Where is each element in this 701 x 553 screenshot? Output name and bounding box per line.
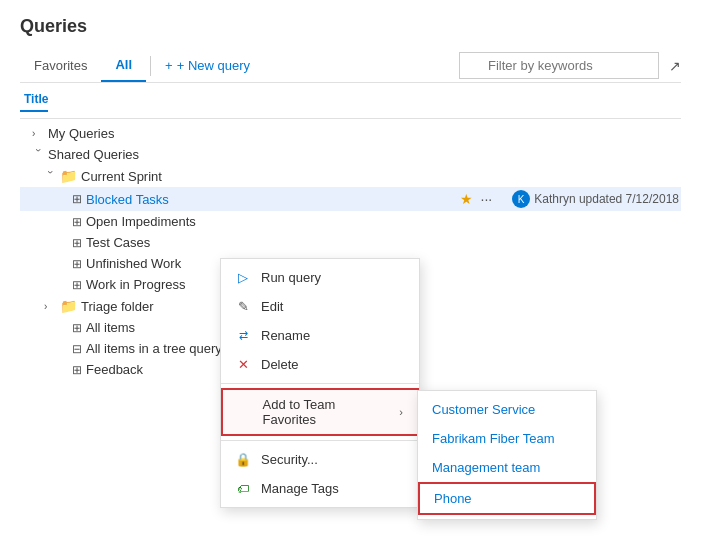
tree-label: Blocked Tasks <box>86 192 169 207</box>
menu-separator-2 <box>221 440 419 441</box>
menu-item-label: Security... <box>261 452 318 467</box>
chevron-icon: › <box>33 149 44 161</box>
tree-label: Triage folder <box>81 299 154 314</box>
query-icon: ⊞ <box>72 257 82 271</box>
tab-favorites[interactable]: Favorites <box>20 50 101 81</box>
context-menu: ▷ Run query ✎ Edit ⇄ Rename ✕ Delete Add… <box>220 258 420 508</box>
chevron-icon: › <box>32 128 44 139</box>
tree-label: Shared Queries <box>48 147 139 162</box>
submenu: Customer Service Fabrikam Fiber Team Man… <box>417 390 597 520</box>
run-query-icon: ▷ <box>235 270 251 285</box>
query-icon: ⊞ <box>72 215 82 229</box>
security-icon: 🔒 <box>235 452 251 467</box>
submenu-arrow-icon: › <box>399 406 403 418</box>
query-icon: ⊞ <box>72 236 82 250</box>
menu-item-rename[interactable]: ⇄ Rename <box>221 321 419 350</box>
tree-label: All items in a tree query <box>86 341 222 356</box>
tree-label: Current Sprint <box>81 169 162 184</box>
menu-item-delete[interactable]: ✕ Delete <box>221 350 419 379</box>
query-tree-icon: ⊟ <box>72 342 82 356</box>
menu-item-label: Edit <box>261 299 283 314</box>
chevron-icon: › <box>44 301 56 312</box>
tree-label: My Queries <box>48 126 114 141</box>
submenu-item-label: Customer Service <box>432 402 535 417</box>
plus-icon: + <box>165 58 173 73</box>
row-actions: ★ ··· K Kathryn updated 7/12/2018 <box>460 190 679 208</box>
menu-item-add-to-team-favorites[interactable]: Add to Team Favorites › <box>221 388 419 436</box>
query-icon: ⊞ <box>72 363 82 377</box>
chevron-icon: › <box>45 170 56 182</box>
tab-all[interactable]: All <box>101 49 146 82</box>
star-icon[interactable]: ★ <box>460 191 473 207</box>
expand-icon[interactable]: ↗ <box>669 58 681 74</box>
submenu-item-label: Management team <box>432 460 540 475</box>
menu-item-label: Rename <box>261 328 310 343</box>
table-header: Title <box>20 85 681 119</box>
submenu-item-management-team[interactable]: Management team <box>418 453 596 482</box>
tree-label: Open Impediments <box>86 214 196 229</box>
folder-icon: 📁 <box>60 298 77 314</box>
menu-item-manage-tags[interactable]: 🏷 Manage Tags <box>221 474 419 503</box>
more-options-icon[interactable]: ··· <box>481 191 493 207</box>
folder-icon: 📁 <box>60 168 77 184</box>
tree-item-my-queries[interactable]: › My Queries <box>20 123 681 144</box>
submenu-item-customer-service[interactable]: Customer Service <box>418 395 596 424</box>
submenu-item-fabrikam-fiber[interactable]: Fabrikam Fiber Team <box>418 424 596 453</box>
tree-label: Work in Progress <box>86 277 185 292</box>
submenu-item-phone[interactable]: Phone <box>418 482 596 515</box>
col-title: Title <box>20 92 48 112</box>
edit-icon: ✎ <box>235 299 251 314</box>
tab-divider <box>150 56 151 76</box>
menu-item-label: Add to Team Favorites <box>263 397 390 427</box>
manage-tags-icon: 🏷 <box>235 482 251 496</box>
menu-item-security[interactable]: 🔒 Security... <box>221 445 419 474</box>
tree-item-test-cases[interactable]: › ⊞ Test Cases <box>20 232 681 253</box>
submenu-item-label: Fabrikam Fiber Team <box>432 431 555 446</box>
filter-input[interactable] <box>459 52 659 79</box>
query-icon: ⊞ <box>72 321 82 335</box>
tree-item-blocked-tasks[interactable]: › ⊞ Blocked Tasks ★ ··· K Kathryn update… <box>20 187 681 211</box>
submenu-item-label: Phone <box>434 491 472 506</box>
new-query-label: + New query <box>177 58 250 73</box>
updated-label: Kathryn updated 7/12/2018 <box>534 192 679 206</box>
query-icon: ⊞ <box>72 278 82 292</box>
page-title: Queries <box>20 16 681 37</box>
menu-item-label: Manage Tags <box>261 481 339 496</box>
filter-wrapper: ▽ <box>459 52 659 79</box>
menu-item-run-query[interactable]: ▷ Run query <box>221 263 419 292</box>
query-icon: ⊞ <box>72 192 82 206</box>
delete-icon: ✕ <box>235 357 251 372</box>
tree-label: All items <box>86 320 135 335</box>
tree-item-open-impediments[interactable]: › ⊞ Open Impediments <box>20 211 681 232</box>
tabs-bar: Favorites All + + New query ▽ ↗ <box>20 49 681 83</box>
tree-label: Feedback <box>86 362 143 377</box>
tree-label: Test Cases <box>86 235 150 250</box>
menu-item-label: Delete <box>261 357 299 372</box>
menu-item-label: Run query <box>261 270 321 285</box>
filter-area: ▽ ↗ <box>459 52 681 79</box>
avatar: K <box>512 190 530 208</box>
updated-text: K Kathryn updated 7/12/2018 <box>512 190 679 208</box>
menu-item-edit[interactable]: ✎ Edit <box>221 292 419 321</box>
rename-icon: ⇄ <box>235 329 251 342</box>
menu-separator-1 <box>221 383 419 384</box>
new-query-button[interactable]: + + New query <box>155 52 260 79</box>
tree-label: Unfinished Work <box>86 256 181 271</box>
tree-item-shared-queries[interactable]: › Shared Queries <box>20 144 681 165</box>
tree-item-current-sprint[interactable]: › 📁 Current Sprint <box>20 165 681 187</box>
